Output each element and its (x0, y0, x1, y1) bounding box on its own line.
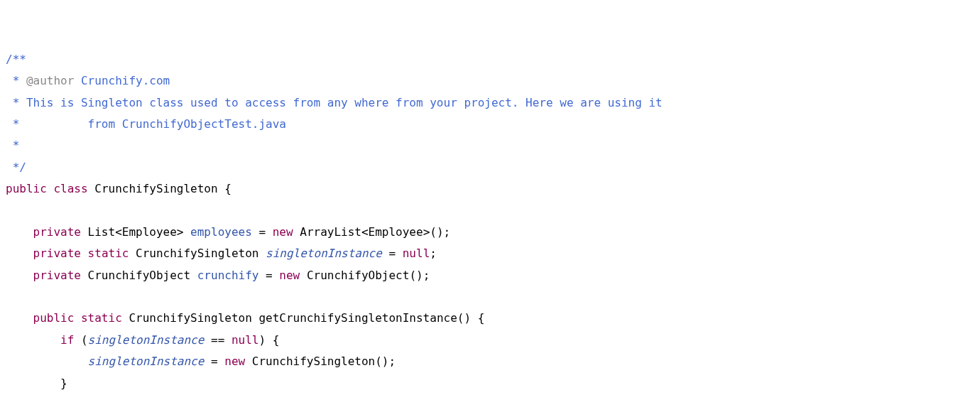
keyword-new: new (273, 225, 293, 239)
code-text: = (252, 225, 273, 239)
keyword-static: static (88, 247, 129, 260)
class-declaration: CrunchifySingleton { (88, 182, 232, 195)
code-text: ) { (258, 333, 279, 347)
field-singleton-instance: singletonInstance (88, 355, 205, 368)
code-text (47, 182, 54, 195)
code-comment: * (6, 74, 26, 87)
code-text: == (204, 333, 232, 347)
code-text: ArrayList<Employee>(); (293, 225, 451, 239)
keyword-class: class (53, 182, 87, 195)
indent (6, 247, 33, 260)
code-text: ( (74, 333, 87, 347)
code-comment: * This is Singleton class used to access… (6, 96, 663, 109)
code-text: = (258, 269, 279, 282)
code-text (74, 311, 81, 325)
keyword-null: null (403, 247, 430, 260)
indent (6, 333, 60, 347)
method-declaration: CrunchifySingleton getCrunchifySingleton… (122, 311, 485, 325)
code-text (81, 247, 88, 260)
keyword-if: if (60, 333, 74, 347)
keyword-public: public (33, 311, 75, 325)
field-singleton-instance: singletonInstance (266, 247, 382, 260)
code-text: List<Employee> (81, 225, 190, 239)
keyword-null: null (232, 333, 259, 347)
keyword-public: public (6, 182, 47, 195)
keyword-private: private (33, 225, 81, 239)
code-comment: Crunchify.com (74, 74, 170, 87)
code-text: CrunchifyObject (81, 269, 197, 282)
indent (6, 311, 33, 325)
code-text: = (382, 247, 403, 260)
javadoc-tag: @author (26, 74, 74, 87)
code-comment: * from CrunchifyObjectTest.java (6, 117, 286, 131)
code-text: ; (430, 247, 437, 260)
keyword-static: static (81, 311, 122, 325)
field-crunchify: crunchify (197, 269, 259, 282)
keyword-new: new (279, 269, 300, 282)
keyword-private: private (33, 269, 81, 282)
keyword-new: new (224, 355, 245, 368)
code-comment: /** (6, 53, 26, 66)
code-text: = (204, 355, 224, 368)
code-comment: * (6, 139, 26, 152)
closing-brace: } (6, 377, 67, 390)
field-singleton-instance: singletonInstance (88, 333, 205, 347)
code-comment: */ (6, 161, 26, 174)
indent (6, 269, 33, 282)
code-text: CrunchifySingleton (129, 247, 266, 260)
indent (6, 225, 33, 239)
code-text: CrunchifyObject(); (300, 269, 430, 282)
keyword-private: private (33, 247, 81, 260)
code-text: CrunchifySingleton(); (245, 355, 396, 368)
field-employees: employees (190, 225, 252, 239)
indent (6, 355, 88, 368)
